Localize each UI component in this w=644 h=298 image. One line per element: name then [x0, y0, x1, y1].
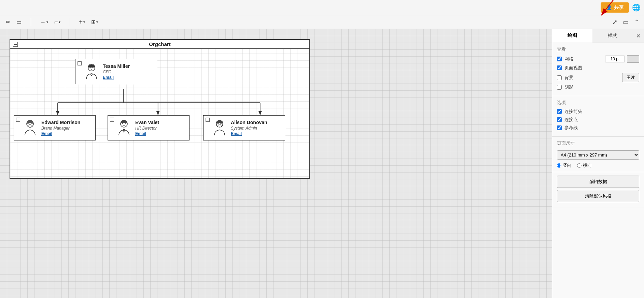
dropdown-icon-2: ▾ [59, 20, 60, 24]
card-minimize-tessa[interactable]: — [78, 61, 82, 65]
avatar-alison [212, 119, 227, 137]
page-size-section-title: 页面尺寸 [557, 140, 639, 146]
connect-arrow-checkbox[interactable] [557, 109, 562, 114]
guide-checkbox[interactable] [557, 125, 562, 130]
connect-arrow-label: 连接箭头 [564, 108, 582, 115]
toolbar-sep-1 [31, 18, 31, 26]
toolbar-connector-tools: → ▾ ⌐ ▾ [38, 17, 63, 27]
view-section-title: 查看 [557, 46, 639, 53]
portrait-label[interactable]: 竖向 [557, 162, 572, 168]
svg-rect-20 [216, 123, 219, 125]
svg-rect-11 [27, 123, 29, 125]
card-name-tessa: Tessa Miller [103, 63, 130, 69]
svg-point-9 [93, 67, 93, 68]
options-section-title: 选项 [557, 100, 639, 106]
table-dropdown-button[interactable]: ⊞ ▾ [89, 17, 100, 27]
toolbar-right: ⤢ ▭ ⌃ [611, 18, 641, 27]
image-button[interactable]: 图片 [622, 73, 639, 82]
card-name-edward: Edward Morrison [41, 120, 80, 125]
edit-data-button[interactable]: 编辑数据 [557, 176, 639, 188]
background-row: 背景 图片 [557, 73, 639, 82]
orgchart-title: Orgchart [149, 41, 170, 47]
shadow-checkbox[interactable] [557, 85, 562, 90]
card-email-evan[interactable]: Email [135, 131, 159, 136]
card-evan: — [108, 115, 190, 140]
arrow-dropdown-button[interactable]: → ▾ [38, 17, 51, 27]
connect-point-checkbox[interactable] [557, 117, 562, 122]
card-edward: — [14, 115, 96, 140]
portrait-radio[interactable] [557, 163, 561, 168]
landscape-radio[interactable] [577, 163, 582, 168]
person-icon: 👤 [606, 5, 612, 10]
card-alison: — [203, 115, 285, 140]
orgchart-minimize-button[interactable]: — [13, 42, 18, 47]
card-email-tessa[interactable]: Email [103, 75, 130, 80]
card-info-tessa: Tessa Miller CFO Email [103, 63, 130, 80]
background-checkbox[interactable] [557, 75, 562, 80]
page-view-checkbox[interactable] [557, 65, 562, 70]
grid-value-input[interactable] [605, 56, 625, 62]
landscape-text: 横向 [583, 162, 592, 168]
page-view-label: 页面视图 [564, 65, 582, 71]
right-panel: 绘图 样式 ✕ 查看 网格 页面视图 背景 图片 [552, 29, 644, 298]
toolbar-insert-tools: + ▾ ⊞ ▾ [77, 17, 101, 27]
card-tessa: — [75, 59, 157, 84]
tab-style[interactable]: 样式 [592, 29, 633, 43]
card-info-evan: Evan Valet HR Director Email [135, 120, 159, 136]
card-minimize-alison[interactable]: — [206, 118, 210, 122]
svg-point-8 [90, 67, 90, 68]
panel-section-actions: 编辑数据 清除默认风格 [552, 172, 644, 208]
orgchart-container: — Orgchart [10, 39, 310, 179]
panel-close-button[interactable]: ✕ [633, 29, 644, 43]
guide-label: 参考线 [564, 125, 578, 131]
dropdown-icon-4: ▾ [96, 20, 98, 24]
grid-checkbox[interactable] [557, 57, 562, 61]
orientation-row: 竖向 横向 [557, 162, 639, 168]
card-info-edward: Edward Morrison Brand Manager Email [41, 120, 80, 136]
expand-button[interactable]: ⤢ [611, 18, 619, 27]
card-email-alison[interactable]: Email [231, 131, 267, 136]
toolbar-draw-tools: ✏ ▭ [3, 17, 24, 27]
avatar-edward [22, 119, 38, 137]
add-dropdown-button[interactable]: + ▾ [77, 17, 88, 27]
card-minimize-edward[interactable]: — [16, 118, 20, 122]
landscape-label[interactable]: 横向 [577, 162, 592, 168]
main-layout: — Orgchart [0, 29, 644, 298]
pencil-button[interactable]: ✏ [3, 17, 13, 27]
tab-draw[interactable]: 绘图 [552, 29, 592, 43]
elbow-dropdown-button[interactable]: ⌐ ▾ [52, 17, 63, 27]
card-role-edward: Brand Manager [41, 126, 80, 131]
rect-button[interactable]: ▭ [14, 17, 24, 27]
orgchart-header: — Orgchart [10, 40, 309, 49]
share-button[interactable]: 👤 共享 [601, 2, 629, 13]
grid-row: 网格 [557, 55, 639, 63]
clear-style-button[interactable]: 清除默认风格 [557, 190, 639, 202]
panel-section-options: 选项 连接箭头 连接点 参考线 [552, 96, 644, 137]
toolbar-sep-2 [70, 18, 70, 26]
collapse-button[interactable]: ⌃ [633, 18, 641, 27]
portrait-text: 竖向 [563, 162, 572, 168]
card-email-edward[interactable]: Email [41, 131, 80, 136]
svg-point-18 [125, 123, 126, 124]
panel-section-view: 查看 网格 页面视图 背景 图片 阴影 [552, 43, 644, 96]
globe-icon[interactable]: 🌐 [632, 3, 641, 12]
card-info-alison: Alison Donovan System Admin Email [231, 120, 267, 136]
window-button[interactable]: ▭ [621, 18, 630, 27]
connectors-svg [10, 49, 309, 178]
connect-arrow-row: 连接箭头 [557, 108, 639, 115]
page-size-select[interactable]: A4 (210 mm x 297 mm) A3 (297 mm x 420 mm… [557, 150, 639, 160]
orgchart-body: — [10, 49, 309, 178]
canvas-area[interactable]: — Orgchart [0, 29, 552, 298]
pencil-icon: ✏ [6, 19, 10, 25]
dropdown-icon: ▾ [46, 20, 48, 24]
background-label: 背景 [564, 75, 573, 81]
svg-rect-21 [220, 123, 223, 125]
card-role-tessa: CFO [103, 70, 130, 74]
top-bar: 👤 共享 🌐 [0, 0, 644, 15]
card-minimize-evan[interactable]: — [110, 118, 114, 122]
grid-color-picker[interactable] [627, 55, 639, 63]
shadow-label: 阴影 [564, 84, 573, 90]
svg-rect-12 [31, 123, 33, 125]
avatar-tessa [84, 63, 99, 80]
grid-label: 网格 [564, 56, 573, 62]
